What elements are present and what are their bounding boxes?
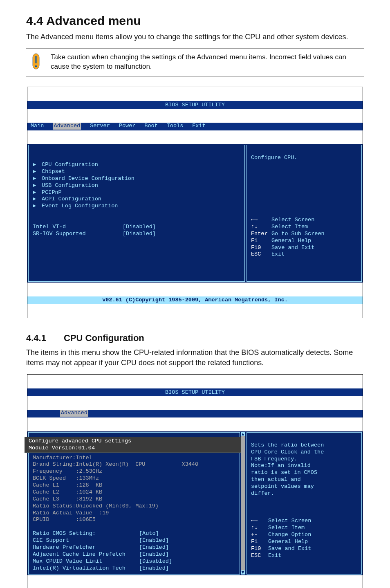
bios2-title: BIOS SETUP UTILITY: [27, 388, 363, 396]
info-line: Manufacturer:Intel: [33, 455, 92, 461]
menu-cpu-config[interactable]: ▶ CPU Configuration: [33, 162, 98, 168]
menu-chipset[interactable]: ▶ Chipset: [33, 168, 65, 175]
nav2-f10: F10Save and Exit: [251, 545, 311, 552]
info-line: Frequency :2.53GHz: [33, 468, 102, 474]
bios-help-panel: Configure CPU. ←→Select Screen ↑↓Select …: [247, 145, 362, 282]
bios-cpu-config: BIOS SETUP UTILITY Advanced Configure ad…: [27, 374, 363, 588]
help-text: Configure CPU.: [251, 155, 297, 161]
menu-usb-config[interactable]: ▶ USB Configuration: [33, 182, 98, 189]
help-line: then actual and: [251, 476, 301, 483]
help-line: differ.: [251, 490, 274, 496]
bios-title: BIOS SETUP UTILITY: [27, 101, 363, 109]
nav-f10: F10Save and Exit: [251, 245, 314, 251]
tab-main[interactable]: Main: [31, 123, 44, 130]
subsection-intro: The items in this menu show the CPU-rela…: [26, 348, 364, 368]
intro-text: The Advanced menu items allow you to cha…: [26, 32, 364, 42]
nav2-f1: F1General Help: [251, 539, 308, 545]
scroll-up-icon[interactable]: ▲: [241, 432, 245, 436]
nav-enter: EnterGo to Sub Screen: [251, 231, 325, 237]
setting-hw-prefetch[interactable]: Hardware Prefetcher[Enabled]: [33, 544, 169, 550]
bios-tabs: Main Advanced Server Power Boot Tools Ex…: [27, 123, 363, 130]
info-line: Brand String:Intel(R) Xeon(R) CPU X3440: [33, 461, 198, 467]
help-line: setpoint values may: [251, 483, 314, 489]
info-line: Ratio Status:Unlocked (Min:09, Max:19): [33, 503, 159, 509]
tab-tools[interactable]: Tools: [167, 123, 184, 130]
bios-advanced-menu: BIOS SETUP UTILITY Main Advanced Server …: [27, 87, 363, 318]
bios-left-panel: ▶ CPU Configuration ▶ Chipset ▶ Onboard …: [28, 145, 245, 282]
info-line: Cache L3 :8192 KB: [33, 496, 102, 502]
caution-text: Take caution when changing the settings …: [51, 53, 362, 72]
nav2-esc: ESCExit: [251, 552, 281, 559]
tab-advanced-2[interactable]: Advanced: [60, 410, 88, 417]
nav-esc: ESCExit: [251, 251, 285, 257]
setting-max-cpuid[interactable]: Max CPUID Value Limit[Disabled]: [33, 558, 172, 564]
nav-select-screen: ←→Select Screen: [251, 217, 314, 223]
tab-exit[interactable]: Exit: [192, 123, 205, 130]
tab-advanced[interactable]: Advanced: [53, 123, 81, 130]
info-line: Cache L1 :128 KB: [33, 482, 102, 488]
nav-select-item: ↑↓Select Item: [251, 224, 308, 230]
tab-server[interactable]: Server: [90, 123, 110, 130]
nav2-change: +-Change Option: [251, 532, 311, 538]
setting-adj-cache[interactable]: Adjacent Cache Line Prefetch[Enabled]: [33, 551, 169, 557]
menu-acpi-config[interactable]: ▶ ACPI Configuration: [33, 196, 101, 202]
tab-boot[interactable]: Boot: [144, 123, 157, 130]
info-line: Ratio Actual Value :19: [33, 510, 109, 516]
menu-event-log[interactable]: ▶ Event Log Configuration: [33, 203, 118, 209]
nav2-select-screen: ←→Select Screen: [251, 518, 311, 524]
scroll-down-icon[interactable]: ▼: [241, 570, 245, 575]
setting-ratio-cmos[interactable]: Ratio CMOS Setting:[Auto]: [33, 530, 159, 536]
help-line: ratio is set in CMOS: [251, 469, 317, 476]
section-heading: 4.4 Advanced menu: [26, 14, 364, 28]
caution-callout: Take caution when changing the settings …: [26, 48, 364, 77]
info-line: BCLK Speed :133MHz: [33, 475, 99, 481]
setting-intel-vtd[interactable]: Intel VT-d[Disabled]: [33, 224, 156, 230]
bios-footer: v02.61 (C)Copyright 1985-2009, American …: [27, 296, 363, 304]
tab-power[interactable]: Power: [119, 123, 136, 130]
setting-vt[interactable]: Intel(R) Virtualization Tech[Enabled]: [33, 565, 169, 571]
caution-icon: [26, 53, 46, 72]
svg-point-1: [35, 65, 37, 67]
bios2-help-panel: Sets the ratio between CPU Core Clock an…: [247, 432, 362, 575]
info-line: Cache L2 :1024 KB: [33, 489, 102, 495]
bios2-tabs: Advanced: [27, 410, 363, 417]
menu-pcipnp[interactable]: ▶ PCIPnP: [33, 189, 62, 195]
setting-c1e[interactable]: C1E Support[Enabled]: [33, 537, 169, 543]
cpu-settings-header: Configure advanced CPU settings Module V…: [25, 437, 244, 453]
info-line: CPUID :106E5: [33, 516, 96, 523]
nav2-select-item: ↑↓Select Item: [251, 525, 305, 531]
nav-f1: F1General Help: [251, 238, 311, 244]
help-line: Note:If an invalid: [251, 462, 311, 469]
setting-sriov[interactable]: SR-IOV Supported[Disabled]: [33, 231, 156, 237]
menu-onboard-dev[interactable]: ▶ Onboard Device Configuration: [33, 175, 134, 182]
subsection-heading: 4.4.1CPU Configuration: [26, 333, 364, 343]
bios-scrollbar[interactable]: ▲ ▼: [241, 432, 245, 575]
bios2-left-panel: Configure advanced CPU settings Module V…: [28, 432, 240, 575]
